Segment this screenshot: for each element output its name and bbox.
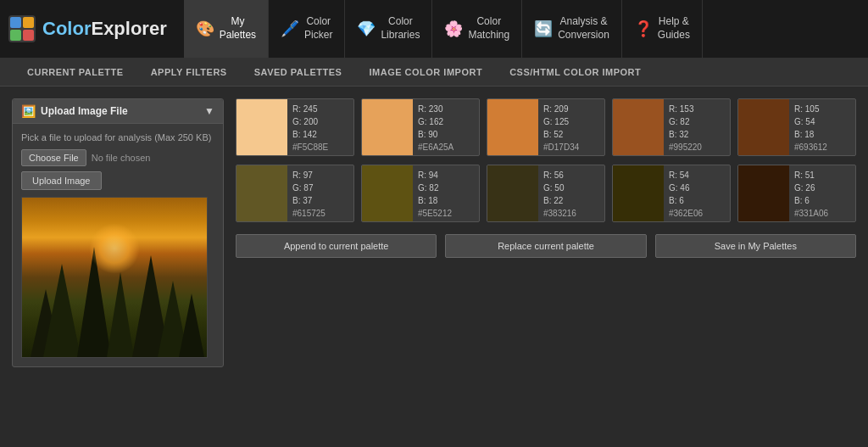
swatch-color-6 bbox=[236, 165, 287, 221]
svg-rect-3 bbox=[10, 30, 21, 41]
svg-rect-1 bbox=[10, 17, 21, 28]
color-swatch-7: R: 94 G: 82 B: 18 #5E5212 bbox=[361, 165, 480, 222]
swatch-color-10 bbox=[738, 165, 789, 221]
tab-help-guides[interactable]: ❓ Help & Guides bbox=[622, 0, 703, 58]
image-upload-icon: 🖼️ bbox=[21, 104, 36, 118]
sub-nav-current-palette[interactable]: CURRENT PALETTE bbox=[14, 58, 137, 87]
swatch-info-6: R: 97 G: 87 B: 37 #615725 bbox=[287, 165, 331, 221]
swatch-color-7 bbox=[362, 165, 413, 221]
tab-analysis-conversion[interactable]: 🔄 Analysis & Conversion bbox=[522, 0, 622, 58]
tab-color-matching[interactable]: 🌸 Color Matching bbox=[432, 0, 522, 58]
logo-explorer-text: Explorer bbox=[91, 18, 166, 39]
sun-glow bbox=[89, 223, 140, 274]
tree-4 bbox=[107, 272, 134, 357]
sub-nav-image-color-import[interactable]: IMAGE COLOR IMPORT bbox=[355, 58, 496, 87]
sub-navigation: CURRENT PALETTE APPLY FILTERS SAVED PALE… bbox=[0, 58, 868, 87]
color-swatch-6: R: 97 G: 87 B: 37 #615725 bbox=[236, 165, 354, 222]
swatch-info-10: R: 51 G: 26 B: 6 #331A06 bbox=[789, 165, 833, 221]
no-file-label: No file chosen bbox=[92, 153, 151, 163]
swatch-info-1: R: 245 G: 200 B: 142 #F5C88E bbox=[287, 99, 333, 155]
swatch-info-2: R: 230 G: 162 B: 90 #E6A25A bbox=[413, 99, 459, 155]
color-swatch-9: R: 54 G: 46 B: 6 #362E06 bbox=[612, 165, 731, 222]
image-preview bbox=[21, 197, 208, 358]
logo-color-text: Color bbox=[42, 18, 91, 39]
my-palettes-icon: 🎨 bbox=[196, 20, 214, 38]
color-swatch-5: R: 105 G: 54 B: 18 #693612 bbox=[737, 98, 856, 156]
swatch-color-8 bbox=[487, 165, 538, 221]
color-swatch-1: R: 245 G: 200 B: 142 #F5C88E bbox=[236, 98, 354, 156]
upload-panel-body: Pick a file to upload for analysis (Max … bbox=[13, 124, 223, 366]
replace-palette-button[interactable]: Replace current palette bbox=[445, 234, 646, 258]
right-panel: R: 245 G: 200 B: 142 #F5C88E R: 230 G: 1… bbox=[236, 98, 856, 435]
color-swatch-3: R: 209 G: 125 B: 52 #D17D34 bbox=[487, 98, 605, 156]
swatch-info-5: R: 105 G: 54 B: 18 #693612 bbox=[789, 99, 832, 155]
tab-color-libraries[interactable]: 💎 Color Libraries bbox=[345, 0, 432, 58]
sub-nav-apply-filters[interactable]: APPLY FILTERS bbox=[137, 58, 241, 87]
tree-7 bbox=[179, 293, 204, 357]
help-icon: ❓ bbox=[634, 20, 653, 38]
color-grid-row1: R: 245 G: 200 B: 142 #F5C88E R: 230 G: 1… bbox=[236, 98, 856, 156]
upload-image-button[interactable]: Upload Image bbox=[21, 171, 102, 190]
color-swatch-8: R: 56 G: 50 B: 22 #383216 bbox=[487, 165, 605, 222]
choose-file-button[interactable]: Choose File bbox=[21, 149, 86, 166]
tab-color-picker[interactable]: 🖊️ Color Picker bbox=[269, 0, 345, 58]
color-matching-icon: 🌸 bbox=[444, 20, 463, 38]
upload-description: Pick a file to upload for analysis (Max … bbox=[21, 132, 214, 142]
svg-rect-2 bbox=[23, 17, 34, 28]
main-content: 🖼️ Upload Image File ▼ Pick a file to up… bbox=[0, 87, 868, 447]
color-swatch-10: R: 51 G: 26 B: 6 #331A06 bbox=[737, 165, 856, 222]
swatch-color-2 bbox=[362, 99, 413, 155]
action-buttons: Append to current palette Replace curren… bbox=[236, 234, 856, 258]
file-input-row: Choose File No file chosen bbox=[21, 149, 214, 166]
swatch-color-9 bbox=[613, 165, 664, 221]
tab-my-palettes-label: My bbox=[220, 15, 256, 29]
swatch-info-7: R: 94 G: 82 B: 18 #5E5212 bbox=[413, 165, 457, 221]
tree-2 bbox=[43, 264, 81, 357]
save-palette-button[interactable]: Save in My Palettes bbox=[655, 234, 856, 258]
app-logo: ColorExplorer bbox=[8, 15, 167, 42]
tab-my-palettes[interactable]: 🎨 My Palettes bbox=[184, 0, 269, 58]
color-swatch-2: R: 230 G: 162 B: 90 #E6A25A bbox=[361, 98, 480, 156]
swatch-info-8: R: 56 G: 50 B: 22 #383216 bbox=[538, 165, 581, 221]
upload-panel-header[interactable]: 🖼️ Upload Image File ▼ bbox=[13, 99, 223, 124]
upload-panel-title: Upload Image File bbox=[41, 105, 128, 117]
logo-icon bbox=[8, 15, 36, 42]
color-picker-icon: 🖊️ bbox=[281, 20, 299, 38]
nav-tabs: 🎨 My Palettes 🖊️ Color Picker 💎 Color Li… bbox=[184, 0, 703, 58]
color-grid-row2: R: 97 G: 87 B: 37 #615725 R: 94 G: 82 B:… bbox=[236, 165, 856, 222]
append-palette-button[interactable]: Append to current palette bbox=[236, 234, 437, 258]
color-swatch-4: R: 153 G: 82 B: 32 #995220 bbox=[612, 98, 731, 156]
swatch-info-3: R: 209 G: 125 B: 52 #D17D34 bbox=[538, 99, 584, 155]
swatch-color-4 bbox=[613, 99, 664, 155]
swatch-info-4: R: 153 G: 82 B: 32 #995220 bbox=[664, 99, 707, 155]
sub-nav-saved-palettes[interactable]: SAVED PALETTES bbox=[241, 58, 356, 87]
swatch-info-9: R: 54 G: 46 B: 6 #362E06 bbox=[664, 165, 708, 221]
swatch-color-1 bbox=[236, 99, 287, 155]
sub-nav-css-html[interactable]: CSS/HTML COLOR IMPORT bbox=[496, 58, 654, 87]
chevron-down-icon: ▼ bbox=[204, 105, 214, 117]
upload-panel: 🖼️ Upload Image File ▼ Pick a file to up… bbox=[12, 98, 224, 367]
top-navigation: ColorExplorer 🎨 My Palettes 🖊️ Color Pic… bbox=[0, 0, 868, 58]
svg-rect-4 bbox=[23, 30, 34, 41]
swatch-color-3 bbox=[487, 99, 538, 155]
tab-my-palettes-label2: Palettes bbox=[220, 29, 256, 42]
color-libraries-icon: 💎 bbox=[357, 20, 376, 38]
swatch-color-5 bbox=[738, 99, 789, 155]
analysis-icon: 🔄 bbox=[534, 20, 553, 38]
left-panel: 🖼️ Upload Image File ▼ Pick a file to up… bbox=[12, 98, 224, 435]
